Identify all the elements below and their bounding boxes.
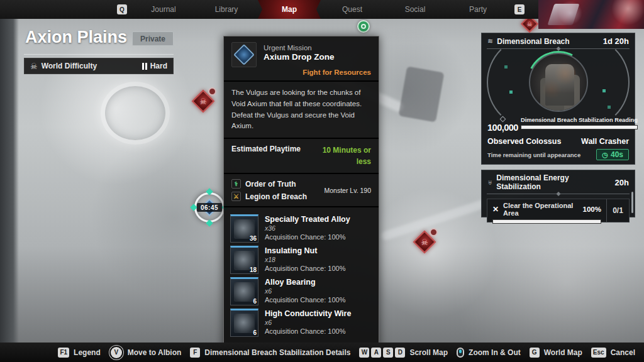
time-remaining-label: Time remaining until appearance (487, 151, 580, 158)
reward-item[interactable]: 18 Insulating Nut x18 Acquisition Chance… (230, 246, 372, 274)
observed-colossus-label: Observed Colossus (487, 137, 561, 146)
w-key-badge: W (359, 348, 369, 358)
appearance-countdown-value: 40s (611, 150, 623, 159)
observed-colossus-value: Wall Crasher (581, 137, 629, 146)
page-title: Axion Plains (25, 28, 127, 47)
mission-description: The Vulgus are looking for the chunks of… (224, 82, 379, 139)
legend-hint[interactable]: F1 Legend (58, 348, 100, 358)
move-to-albion-hint[interactable]: V Move to Albion (109, 347, 182, 358)
prev-tab-key-badge: Q (117, 4, 127, 14)
tab-party[interactable]: Party (447, 0, 509, 19)
world-difficulty-value: Hard (150, 62, 167, 70)
tab-library[interactable]: Library (195, 0, 258, 19)
legion-of-breach-icon: ⚔ (231, 192, 241, 201)
map-edge-shadow (0, 19, 19, 343)
difficulty-rank-icon (142, 63, 147, 70)
reward-chance: Acquisition Chance: 100% (265, 265, 345, 272)
skull-icon: ☠ (30, 62, 38, 71)
objective-progress-value: 100% (583, 206, 601, 213)
reward-item-icon: 6 (230, 309, 258, 337)
reward-qty: x6 (265, 287, 345, 295)
reward-name: Insulating Nut (265, 246, 345, 255)
mission-type: Urgent Mission (264, 44, 335, 52)
s-key-badge: S (383, 348, 393, 358)
bottom-hint-bar: F1 Legend V Move to Albion F Dimensional… (0, 343, 644, 362)
world-map-hint[interactable]: G World Map (530, 348, 582, 358)
order-of-truth-icon: ⚕ (231, 179, 241, 189)
f1-key-badge: F1 (58, 348, 69, 358)
tab-journal[interactable]: Journal (132, 0, 195, 19)
privacy-badge[interactable]: Private (132, 31, 174, 46)
g-key-badge: G (530, 348, 540, 358)
marker-sub-badge (430, 228, 438, 236)
urgent-mission-icon (231, 42, 257, 67)
spawn-point-icon[interactable] (357, 20, 370, 33)
reward-item[interactable]: 36 Specially Treated Alloy x36 Acquisiti… (230, 214, 372, 243)
reward-item-icon: 6 (230, 277, 258, 305)
cancel-hint[interactable]: Esc Cancel (591, 348, 635, 358)
reward-item[interactable]: 6 High Conductivity Wire x6 Acquisition … (230, 309, 372, 337)
world-difficulty-label: World Difficulty (42, 62, 97, 70)
reward-chance: Acquisition Chance: 100% (265, 327, 351, 335)
d-key-badge: D (395, 348, 405, 358)
objective-name: Clear the Operational Area (503, 202, 579, 217)
faction-name: Order of Truth (245, 180, 296, 189)
monster-level: Monster Lv. 190 (324, 187, 371, 194)
esc-key-badge: Esc (591, 348, 606, 358)
reward-name: Alloy Bearing (265, 278, 345, 287)
world-difficulty-bar[interactable]: ☠ World Difficulty Hard (24, 58, 174, 74)
objective-box[interactable]: ✕ Clear the Operational Area 100% 0/1 (487, 199, 630, 222)
character-artwork (538, 0, 644, 29)
marker-sub-badge (208, 87, 216, 96)
reward-qty: x6 (265, 319, 351, 326)
reward-chance: Acquisition Chance: 100% (265, 296, 345, 304)
reward-name: High Conductivity Wire (265, 309, 351, 318)
energy-stabilization-panel: ♅ Dimensional Energy Stabilization 20h ✕… (481, 170, 635, 217)
appearance-countdown-badge: ◷ 40s (596, 149, 629, 160)
reward-qty: x18 (265, 256, 345, 263)
colossus-display (482, 49, 635, 116)
mission-tag: Fight for Resources (231, 69, 371, 76)
panel-scrollbar[interactable] (631, 192, 633, 213)
a-key-badge: A (371, 348, 381, 358)
objective-x-icon: ✕ (492, 205, 499, 214)
clock-icon: ◷ (602, 151, 608, 159)
reward-list: 36 Specially Treated Alloy x36 Acquisiti… (224, 207, 379, 345)
title-divider (24, 54, 174, 55)
v-key-badge: V (111, 347, 122, 358)
scroll-map-hint[interactable]: W A S D Scroll Map (359, 348, 448, 358)
breach-details-hint[interactable]: F Dimensional Breach Stabilization Detai… (190, 348, 350, 358)
breach-icon: ≋ (487, 37, 493, 45)
reward-item-icon: 18 (230, 246, 258, 274)
game-map-screen: Q Journal Library Map Quest Social Party… (0, 0, 644, 362)
map-marker-elite[interactable]: ☠ (415, 233, 434, 251)
panel-divider (487, 194, 630, 194)
reward-item-icon: 36 (230, 214, 258, 243)
faction-name: Legion of Breach (245, 192, 307, 201)
energy-icon: ♅ (487, 178, 492, 186)
tab-quest[interactable]: Quest (321, 0, 384, 19)
next-tab-key-badge: E (514, 4, 525, 14)
f-key-badge: F (190, 348, 200, 358)
tab-map[interactable]: Map (258, 0, 321, 19)
mission-name: Axium Drop Zone (264, 52, 335, 62)
playtime-label: Estimated Playtime (231, 145, 301, 167)
mission-tooltip: Urgent Mission Axium Drop Zone Fight for… (223, 36, 379, 362)
reward-name: Specially Treated Alloy (265, 215, 350, 224)
mouse-wheel-icon (457, 348, 464, 358)
selected-mission-marker[interactable]: 06:45 (192, 190, 226, 224)
zoom-hint[interactable]: Zoom In & Out (457, 348, 521, 358)
tab-social[interactable]: Social (384, 0, 447, 19)
objective-progress-bar (492, 219, 601, 224)
map-marker-elite[interactable]: ☠ (194, 92, 213, 111)
playtime-value: 10 Minutes or less (313, 145, 371, 167)
objective-count: 0/1 (606, 199, 629, 222)
mission-timer: 06:45 (197, 203, 222, 212)
dimensional-breach-panel: ≋ Dimensional Breach 1d 20h 100,000 Dime… (481, 33, 635, 165)
reward-item[interactable]: 6 Alloy Bearing x6 Acquisition Chance: 1… (230, 277, 372, 305)
energy-time-remaining: 20h (615, 178, 629, 187)
energy-title: Dimensional Energy Stabilization (496, 173, 614, 191)
reward-chance: Acquisition Chance: 100% (265, 233, 350, 241)
reward-qty: x36 (265, 224, 350, 232)
